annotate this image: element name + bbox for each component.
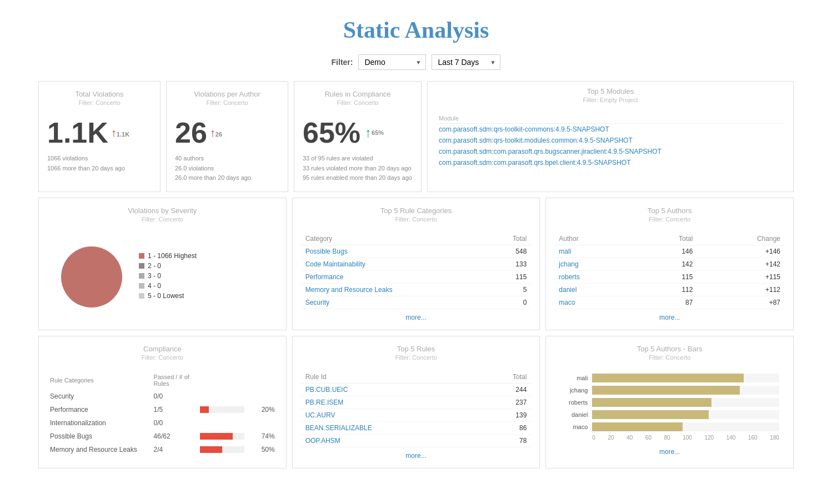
category-total: 5 — [487, 283, 531, 296]
module-link[interactable]: com.parasoft.sdm:qrs-toolkit-commons:4.9… — [439, 125, 609, 133]
rule-link[interactable]: PB.CUB.UEIC — [305, 386, 348, 394]
bar-label: jchang — [560, 387, 588, 394]
table-row: PB.RE.ISEM237 — [301, 396, 532, 409]
violations-severity-card: Violations by Severity Filter: Concerto … — [38, 198, 287, 330]
top-row: Total Violations Filter: Concerto 1.1K ↑… — [38, 81, 794, 192]
legend-dot — [139, 263, 144, 269]
category-link[interactable]: Performance — [305, 273, 344, 281]
compliance-card: Compliance Filter: Concerto Rule Categor… — [38, 336, 287, 468]
compliance-category: Memory and Resource Leaks — [47, 443, 151, 456]
top5-authors-bars-title: Top 5 Authors - Bars — [637, 345, 703, 353]
table-row: Security0 — [301, 296, 532, 309]
col-category: Category — [301, 233, 487, 245]
bar-label: daniel — [560, 411, 588, 418]
bar-row: jchang — [560, 386, 779, 395]
module-link[interactable]: com.parasoft.sdm:qrs-toolkit.modules.com… — [439, 137, 633, 144]
rule-link[interactable]: UC.AURV — [305, 411, 335, 419]
total-violations-trend-icon: ↑1.1K — [111, 127, 129, 139]
time-filter-wrapper[interactable]: Last 7 Days Last 30 Days Last 90 Days ▼ — [432, 54, 500, 70]
rule-total: 237 — [478, 396, 532, 409]
project-filter-select[interactable]: Demo Concerto All — [359, 55, 425, 69]
table-row: UC.AURV139 — [301, 409, 532, 421]
x-axis-label: 0 — [592, 435, 595, 441]
legend-label: 2 - 0 — [148, 262, 161, 270]
category-link[interactable]: Memory and Resource Leaks — [305, 286, 393, 294]
bottom-row: Compliance Filter: Concerto Rule Categor… — [38, 336, 794, 468]
top5-authors-bars-card: Top 5 Authors - Bars Filter: Concerto ma… — [545, 336, 794, 468]
legend-item: 3 - 0 — [139, 272, 197, 280]
progress-bar-bg — [200, 406, 244, 413]
compliance-col-category: Rule Categories — [47, 371, 151, 390]
legend-dot — [139, 253, 144, 259]
violations-severity-title: Violations by Severity — [128, 206, 197, 215]
bar-fill — [592, 398, 711, 407]
violations-severity-subtitle: Filter: Concerto — [142, 216, 183, 223]
legend-label: 4 - 0 — [148, 282, 161, 290]
author-link[interactable]: mali — [559, 248, 571, 255]
x-axis-label: 140 — [726, 435, 736, 441]
author-link[interactable]: daniel — [559, 286, 577, 294]
compliance-passed: 1/5 — [151, 403, 197, 416]
top5-rule-categories-table: Category Total Possible Bugs548Code Main… — [301, 233, 532, 309]
top5-authors-title: Top 5 Authors — [648, 206, 692, 215]
bar-track — [592, 374, 779, 382]
module-link[interactable]: com.parasoft.sdm:com.parasoft.qrs.bugsca… — [439, 148, 661, 155]
top5-rule-categories-subtitle: Filter: Concerto — [395, 216, 437, 223]
rule-link[interactable]: PB.RE.ISEM — [305, 399, 344, 406]
top5-modules-table: Module com.parasoft.sdm:qrs-toolkit-comm… — [436, 113, 785, 168]
rules-compliance-subtitle: Filter: Concerto — [337, 99, 378, 106]
progress-bar-fill — [200, 433, 233, 440]
top5-authors-header: Top 5 Authors Filter: Concerto — [554, 206, 785, 228]
bar-fill — [592, 386, 740, 395]
compliance-passed: 2/4 — [151, 443, 197, 456]
author-total: 87 — [635, 296, 697, 309]
table-row: jchang142+142 — [554, 258, 785, 270]
top5-authors-more[interactable]: more... — [554, 314, 785, 321]
compliance-passed: 0/0 — [151, 390, 197, 403]
legend-item: 1 - 1066 Highest — [139, 252, 197, 260]
rule-total: 139 — [478, 409, 532, 421]
table-row: Possible Bugs46/6274% — [47, 430, 278, 443]
top5-rule-categories-title: Top 5 Rule Categories — [380, 206, 452, 215]
rules-compliance-header: Rules in Compliance Filter: Concerto — [303, 90, 413, 112]
table-row: maco87+87 — [554, 296, 785, 309]
author-link[interactable]: jchang — [559, 260, 578, 268]
violations-per-author-trend-icon: ↑26 — [210, 127, 222, 139]
top5-rules-card: Top 5 Rules Filter: Concerto Rule Id Tot… — [292, 336, 540, 468]
time-filter-select[interactable]: Last 7 Days Last 30 Days Last 90 Days — [432, 55, 500, 69]
page-title: Static Analysis — [38, 0, 794, 54]
x-axis-label: 100 — [683, 435, 692, 441]
project-filter-wrapper[interactable]: Demo Concerto All ▼ — [358, 54, 426, 70]
bar-row: daniel — [560, 410, 779, 419]
bar-label: maco — [560, 424, 588, 430]
author-change: +112 — [697, 283, 785, 296]
x-axis-label: 60 — [645, 435, 651, 441]
top5-modules-header: Top 5 Modules Filter: Empty Project — [436, 87, 785, 109]
top5-modules-col-module: Module — [436, 113, 785, 124]
rules-compliance-value: 65% ↑65% — [303, 116, 413, 149]
total-violations-card: Total Violations Filter: Concerto 1.1K ↑… — [38, 81, 161, 192]
compliance-pct: 74% — [262, 432, 275, 440]
author-link[interactable]: maco — [559, 299, 575, 306]
category-link[interactable]: Security — [305, 299, 329, 306]
top5-authors-bars-more[interactable]: more... — [554, 448, 785, 456]
category-link[interactable]: Code Maintainability — [305, 260, 365, 268]
legend-dot — [139, 273, 144, 279]
table-row: Internationalization0/0 — [47, 416, 278, 430]
author-change: +146 — [697, 245, 785, 258]
col-rule-id: Rule Id — [301, 371, 478, 384]
category-link[interactable]: Possible Bugs — [305, 248, 348, 255]
author-total: 115 — [635, 270, 697, 283]
module-link[interactable]: com.parasoft.sdm:com.parasoft.qrs.bpel.c… — [439, 159, 630, 167]
table-row: Security0/0 — [47, 390, 278, 403]
total-violations-subtitle: Filter: Concerto — [78, 99, 120, 106]
top5-rule-categories-header: Top 5 Rule Categories Filter: Concerto — [301, 206, 532, 228]
rule-link[interactable]: BEAN.SERIALIZABLE — [305, 424, 372, 432]
author-link[interactable]: roberts — [559, 273, 579, 281]
compliance-category: Performance — [47, 403, 151, 416]
table-row: OOP.AHSM78 — [301, 434, 532, 447]
legend-label: 5 - 0 Lowest — [148, 292, 184, 300]
rule-link[interactable]: OOP.AHSM — [305, 437, 340, 445]
top5-rules-more[interactable]: more... — [301, 452, 532, 460]
top5-rule-categories-more[interactable]: more... — [301, 314, 532, 321]
